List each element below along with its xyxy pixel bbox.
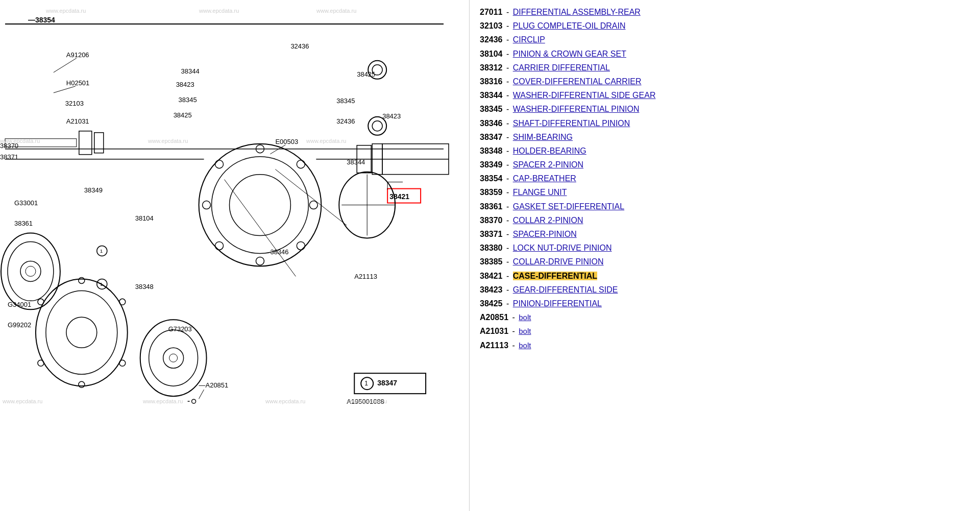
svg-text:38361: 38361 [14,220,33,227]
parts-list-item: A21113 - bolt [480,338,970,352]
part-number: 38423 [480,285,503,294]
part-dash: - [504,174,511,183]
part-number: 38385 [480,257,503,266]
part-number: 38371 [480,230,503,238]
svg-point-26 [38,360,44,366]
parts-list-item: 38385 - COLLAR-DRIVE PINION [480,255,970,269]
part-name-link[interactable]: FLANGE UNIT [513,188,567,197]
svg-text:G34001: G34001 [8,301,31,308]
parts-list-item: 38354 - CAP-BREATHER [480,172,970,185]
svg-point-46 [256,257,264,265]
part-name-link[interactable]: bolt [519,341,531,350]
svg-text:A21031: A21031 [66,117,89,125]
part-name-link[interactable]: GEAR-DIFFERENTIAL SIDE [513,285,618,294]
svg-point-24 [119,360,126,366]
svg-text:—A20851: —A20851 [199,381,229,389]
svg-point-25 [79,381,85,387]
part-name-link[interactable]: COVER-DIFFERENTIAL CARRIER [513,77,642,86]
part-dash: - [504,147,511,155]
svg-text:32436: 32436 [336,117,355,125]
svg-text:G99202: G99202 [8,321,31,329]
part-name-link[interactable]: COLLAR 2-PINION [513,216,583,225]
part-dash: - [504,244,511,252]
part-name-link[interactable]: SPACER-PINION [513,230,577,238]
part-name-link[interactable]: GASKET SET-DIFFERENTIAL [513,202,624,211]
part-name-link[interactable]: COLLAR-DRIVE PINION [513,257,604,266]
part-name-link[interactable]: CIRCLIP [513,35,545,44]
svg-point-45 [297,241,305,250]
part-name-link[interactable]: SPACER 2-PINION [513,160,583,169]
part-dash: - [504,188,511,197]
parts-list: 27011 - DIFFERENTIAL ASSEMBLY-REAR32103 … [480,5,970,352]
parts-diagram: —38354 A91206 H02501 32103 A21031 G33001… [0,0,469,511]
part-name-link[interactable]: DIFFERENTIAL ASSEMBLY-REAR [513,8,641,16]
svg-text:38345: 38345 [336,97,355,105]
parts-list-item: 38348 - HOLDER-BEARING [480,144,970,158]
part-name-link[interactable]: PLUG COMPLETE-OIL DRAIN [513,21,626,30]
parts-list-item: 32103 - PLUG COMPLETE-OIL DRAIN [480,19,970,33]
svg-text:32436: 32436 [290,42,309,50]
part-dash: - [504,272,511,280]
part-dash: - [504,63,511,72]
svg-text:38421: 38421 [389,192,409,201]
svg-point-9 [8,241,54,301]
part-dash: - [510,313,517,322]
part-name-link[interactable]: HOLDER-BEARING [513,147,586,155]
part-dash: - [504,119,511,128]
part-number: A20851 [480,313,508,322]
svg-text:A21113: A21113 [354,273,377,280]
parts-list-item: 27011 - DIFFERENTIAL ASSEMBLY-REAR [480,5,970,19]
svg-text:G33001: G33001 [14,199,38,207]
svg-rect-80 [94,133,104,153]
svg-point-43 [297,160,305,168]
svg-point-44 [309,201,317,209]
svg-text:1: 1 [100,248,103,254]
parts-list-item: 38370 - COLLAR 2-PINION [480,213,970,227]
part-dash: - [504,8,511,16]
part-number: 38380 [480,244,503,252]
svg-line-5 [54,86,76,93]
part-dash: - [504,216,511,225]
part-name-link[interactable]: SHAFT-DIFFERENTIAL PINION [513,119,630,128]
part-dash: - [504,50,511,58]
part-number: 38425 [480,299,503,308]
part-dash: - [504,202,511,211]
parts-list-item: 38425 - PINION-DIFFERENTIAL [480,297,970,310]
parts-list-item: 38421 - CASE-DIFFERENTIAL [480,269,970,283]
part-dash: - [504,91,511,100]
svg-text:A91206: A91206 [66,51,89,59]
svg-text:38423: 38423 [382,112,401,120]
svg-point-71 [192,399,196,403]
part-number: 38370 [480,216,503,225]
svg-point-20 [46,290,117,374]
part-name-link[interactable]: WASHER-DIFFERENTIAL PINION [513,105,640,113]
part-number: 32103 [480,21,503,30]
svg-point-47 [215,241,224,250]
part-name-link[interactable]: WASHER-DIFFERENTIAL SIDE GEAR [513,91,656,100]
part-name-link[interactable]: CASE-DIFFERENTIAL [513,272,597,280]
part-number: A21113 [480,341,508,350]
svg-text:—38354: —38354 [28,16,55,24]
part-number: 38347 [480,133,503,141]
part-dash: - [504,21,511,30]
part-name-link[interactable]: PINION & CROWN GEAR SET [513,50,626,58]
part-number: A21031 [480,327,508,335]
part-name-link[interactable]: SHIM-BEARING [513,133,573,141]
part-name-link[interactable]: bolt [519,313,531,322]
parts-list-item: 38345 - WASHER-DIFFERENTIAL PINION [480,102,970,116]
part-number: 38312 [480,63,503,72]
svg-text:1: 1 [364,380,368,387]
part-number: 38348 [480,147,503,155]
part-name-link[interactable]: LOCK NUT-DRIVE PINION [513,244,612,252]
svg-point-22 [79,277,85,283]
svg-text:38347: 38347 [377,379,397,387]
part-name-link[interactable]: CAP-BREATHER [513,174,576,183]
part-name-link[interactable]: PINION-DIFFERENTIAL [513,299,602,308]
svg-rect-79 [79,131,92,155]
parts-list-item: 38349 - SPACER 2-PINION [480,158,970,172]
svg-text:38346: 38346 [270,248,288,256]
part-name-link[interactable]: CARRIER DIFFERENTIAL [513,63,610,72]
svg-point-35 [149,330,198,386]
svg-point-39 [199,144,322,266]
part-name-link[interactable]: bolt [519,327,531,335]
